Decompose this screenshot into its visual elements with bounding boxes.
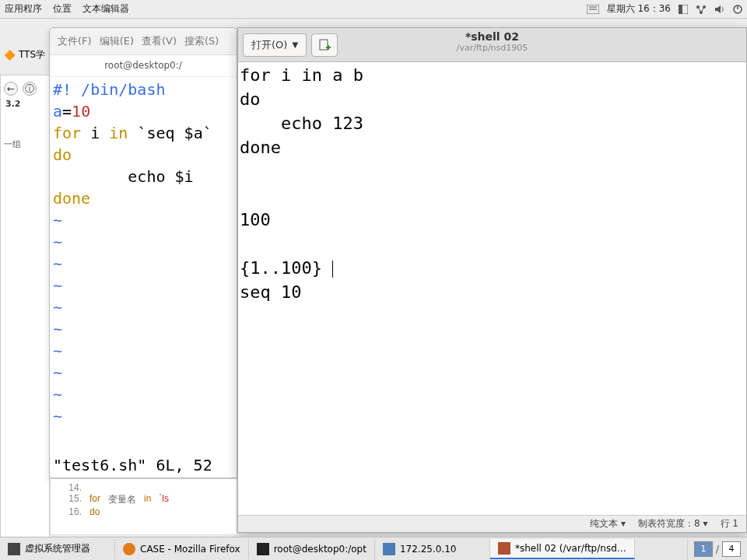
gedit-line: 100 — [240, 210, 271, 229]
workspace-switcher[interactable]: 1 / 4 — [687, 539, 747, 559]
sidebar-toggle-icon[interactable] — [679, 5, 688, 14]
gedit-line: for i in a b — [240, 65, 363, 85]
vim-title: root@desktop0:/ — [50, 55, 237, 77]
top-menu-editor[interactable]: 文本编辑器 — [82, 2, 129, 16]
background-doc: 14. 15. for 变量名 in `ls 16. do — [50, 479, 237, 535]
chevron-down-icon: ▼ — [292, 40, 298, 49]
top-panel: 应用程序 位置 文本编辑器 星期六 16：36 — [0, 0, 747, 19]
vm-icon — [8, 543, 20, 555]
volume-icon[interactable] — [714, 5, 725, 14]
gedit-window: 打开(O) ▼ *shell 02 /var/ftp/nsd1905 for i… — [237, 27, 747, 533]
vim-menu-search[interactable]: 搜索(S) — [184, 34, 219, 48]
gedit-line: done — [240, 138, 281, 157]
vim-menu-view[interactable]: 查看(V) — [142, 34, 177, 48]
workspace-current[interactable]: 1 — [694, 541, 713, 557]
gedit-statusbar: 纯文本 ▾ 制表符宽度：8 ▾ 行 1 — [238, 515, 746, 532]
section-number: 3.2 — [5, 99, 44, 109]
open-button[interactable]: 打开(O) ▼ — [243, 33, 307, 57]
keyboard-icon[interactable] — [587, 5, 599, 14]
svg-rect-4 — [679, 5, 682, 14]
back-button[interactable]: ← — [4, 82, 18, 96]
svg-line-8 — [698, 7, 701, 12]
editor-icon — [498, 542, 510, 555]
vnc-icon — [383, 543, 395, 555]
gedit-toolbar: 打开(O) ▼ *shell 02 /var/ftp/nsd1905 — [238, 28, 746, 62]
task-vnc[interactable]: 172.25.0.10 — [375, 539, 490, 559]
vim-tilde: ~ — [53, 211, 62, 229]
svg-rect-13 — [320, 40, 328, 50]
workspace-total[interactable]: 4 — [722, 541, 741, 557]
status-lineinfo: 行 1 — [721, 517, 738, 530]
tab-icon: 🔶 — [4, 50, 16, 61]
vim-status-line: "test6.sh" 6L, 52 — [53, 456, 212, 474]
taskbar: 虚拟系统管理器 CASE - Mozilla Firefox root@desk… — [0, 537, 747, 560]
background-browser: ← ⓘ 3.2 一组 — [0, 75, 50, 541]
sidebar-fragment: 一组 — [4, 138, 46, 150]
vim-buffer[interactable]: #! /bin/bash a=10 for i in `seq $a` do e… — [50, 77, 237, 429]
top-menu-places[interactable]: 位置 — [53, 2, 72, 16]
clock[interactable]: 星期六 16：36 — [607, 2, 671, 16]
gedit-line: {1..100} — [240, 258, 322, 278]
task-firefox[interactable]: CASE - Mozilla Firefox — [115, 539, 249, 559]
status-tabwidth[interactable]: 制表符宽度：8 ▾ — [638, 517, 707, 530]
vim-l1: #! /bin/bash — [53, 80, 166, 99]
vim-menu-edit[interactable]: 编辑(E) — [100, 34, 134, 48]
network-icon[interactable] — [696, 5, 707, 14]
task-vm[interactable]: 虚拟系统管理器 — [0, 539, 115, 559]
info-button[interactable]: ⓘ — [23, 82, 37, 96]
new-doc-icon — [318, 39, 331, 51]
svg-line-9 — [701, 7, 704, 12]
status-mode[interactable]: 纯文本 ▾ — [590, 517, 626, 530]
vim-window: 文件(F) 编辑(E) 查看(V) 搜索(S) root@desktop0:/ … — [49, 27, 237, 478]
task-editor[interactable]: *shell 02 (/var/ftp/nsd… — [490, 539, 635, 559]
vim-menu-file[interactable]: 文件(F) — [58, 34, 92, 48]
firefox-icon — [123, 543, 135, 555]
terminal-icon — [257, 543, 269, 555]
top-menu-apps[interactable]: 应用程序 — [5, 2, 42, 16]
new-tab-button[interactable] — [311, 33, 338, 57]
task-terminal[interactable]: root@desktop0:/opt — [249, 539, 375, 559]
power-icon[interactable] — [733, 5, 742, 14]
background-tab[interactable]: 🔶 TTS学 — [4, 48, 45, 61]
gedit-textarea[interactable]: for i in a b do echo 123 done 100 {1..10… — [238, 62, 746, 515]
vim-menubar: 文件(F) 编辑(E) 查看(V) 搜索(S) — [50, 28, 237, 55]
top-menu: 应用程序 位置 文本编辑器 — [5, 2, 129, 16]
gedit-line: seq 10 — [240, 282, 301, 302]
gedit-line: echo 123 — [240, 114, 363, 133]
svg-marker-10 — [715, 5, 721, 13]
text-cursor — [332, 261, 333, 278]
gedit-line: do — [240, 89, 261, 109]
